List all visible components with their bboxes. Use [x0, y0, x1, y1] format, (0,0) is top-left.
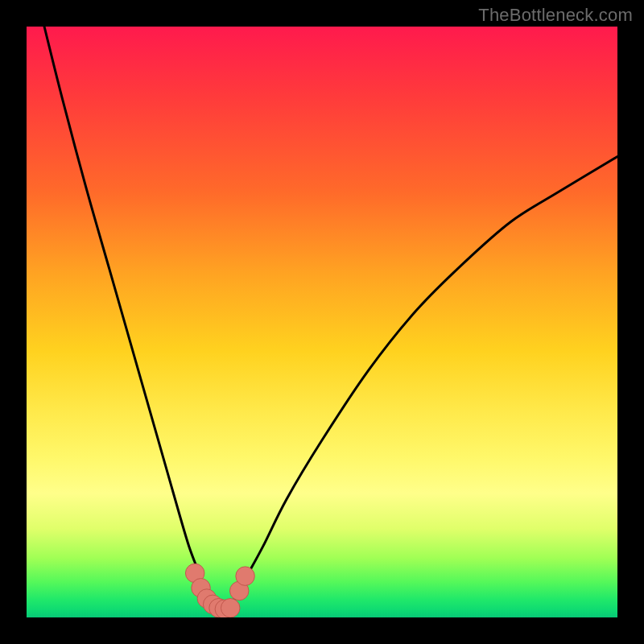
- data-markers: [185, 564, 254, 617]
- plot-area: [27, 27, 617, 617]
- curve-left-branch: [44, 27, 221, 610]
- data-marker: [221, 599, 239, 617]
- watermark-text: TheBottleneck.com: [478, 5, 633, 26]
- data-marker: [236, 567, 254, 585]
- curve-layer: [27, 27, 617, 617]
- curve-right-branch: [228, 156, 617, 610]
- outer-frame: TheBottleneck.com: [0, 0, 644, 644]
